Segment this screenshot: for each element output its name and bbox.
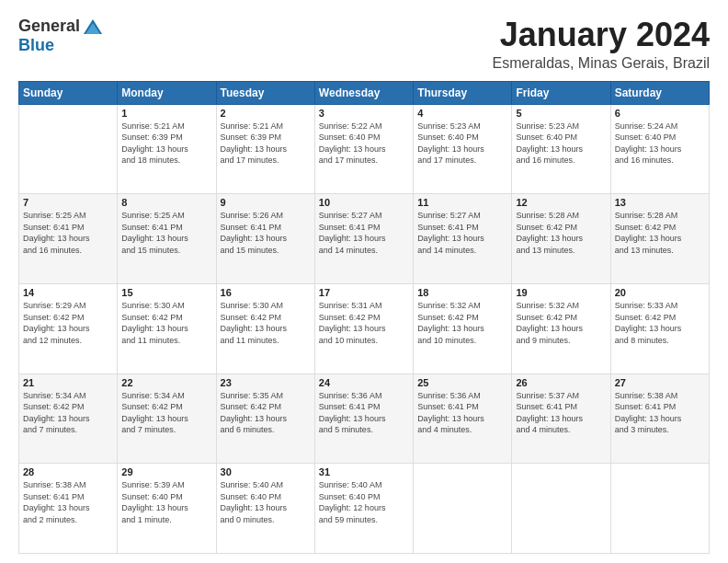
day-number: 2 bbox=[221, 108, 311, 119]
calendar-table: Sunday Monday Tuesday Wednesday Thursday… bbox=[18, 81, 710, 554]
table-row bbox=[414, 464, 512, 554]
month-title: January 2024 bbox=[492, 17, 710, 53]
header-friday: Friday bbox=[512, 81, 610, 104]
table-row: 17Sunrise: 5:31 AM Sunset: 6:42 PM Dayli… bbox=[314, 283, 413, 373]
day-info: Sunrise: 5:37 AM Sunset: 6:41 PM Dayligh… bbox=[516, 390, 606, 436]
day-number: 18 bbox=[417, 287, 507, 298]
day-number: 27 bbox=[615, 377, 705, 388]
day-info: Sunrise: 5:23 AM Sunset: 6:40 PM Dayligh… bbox=[516, 121, 606, 167]
day-number: 3 bbox=[319, 108, 409, 119]
calendar-week-row: 7Sunrise: 5:25 AM Sunset: 6:41 PM Daylig… bbox=[19, 194, 710, 284]
day-number: 25 bbox=[417, 377, 507, 388]
day-info: Sunrise: 5:35 AM Sunset: 6:42 PM Dayligh… bbox=[221, 390, 311, 436]
day-number: 11 bbox=[417, 197, 507, 208]
day-info: Sunrise: 5:25 AM Sunset: 6:41 PM Dayligh… bbox=[23, 210, 113, 256]
table-row: 10Sunrise: 5:27 AM Sunset: 6:41 PM Dayli… bbox=[314, 194, 413, 284]
day-info: Sunrise: 5:32 AM Sunset: 6:42 PM Dayligh… bbox=[516, 300, 606, 346]
header-sunday: Sunday bbox=[19, 81, 118, 104]
table-row bbox=[610, 464, 709, 554]
table-row bbox=[19, 104, 118, 194]
day-info: Sunrise: 5:36 AM Sunset: 6:41 PM Dayligh… bbox=[319, 390, 409, 436]
day-number: 5 bbox=[516, 108, 606, 119]
day-info: Sunrise: 5:21 AM Sunset: 6:39 PM Dayligh… bbox=[221, 121, 311, 167]
day-number: 23 bbox=[221, 377, 311, 388]
day-info: Sunrise: 5:28 AM Sunset: 6:42 PM Dayligh… bbox=[615, 210, 705, 256]
day-number: 15 bbox=[121, 287, 211, 298]
table-row: 27Sunrise: 5:38 AM Sunset: 6:41 PM Dayli… bbox=[610, 373, 709, 464]
page: General Blue January 2024 Esmeraldas, Mi… bbox=[0, 0, 728, 563]
day-number: 20 bbox=[615, 287, 705, 298]
table-row: 8Sunrise: 5:25 AM Sunset: 6:41 PM Daylig… bbox=[118, 194, 216, 284]
location-title: Esmeraldas, Minas Gerais, Brazil bbox=[492, 55, 710, 72]
day-number: 21 bbox=[23, 377, 113, 388]
day-number: 29 bbox=[121, 466, 211, 477]
day-info: Sunrise: 5:25 AM Sunset: 6:41 PM Dayligh… bbox=[121, 210, 211, 256]
logo-blue-text: Blue bbox=[18, 36, 54, 55]
table-row: 5Sunrise: 5:23 AM Sunset: 6:40 PM Daylig… bbox=[512, 104, 610, 194]
day-info: Sunrise: 5:27 AM Sunset: 6:41 PM Dayligh… bbox=[417, 210, 507, 256]
table-row: 9Sunrise: 5:26 AM Sunset: 6:41 PM Daylig… bbox=[216, 194, 314, 284]
table-row: 31Sunrise: 5:40 AM Sunset: 6:40 PM Dayli… bbox=[314, 464, 413, 554]
table-row: 30Sunrise: 5:40 AM Sunset: 6:40 PM Dayli… bbox=[216, 464, 314, 554]
day-info: Sunrise: 5:33 AM Sunset: 6:42 PM Dayligh… bbox=[615, 300, 705, 346]
day-info: Sunrise: 5:34 AM Sunset: 6:42 PM Dayligh… bbox=[121, 390, 211, 436]
title-area: January 2024 Esmeraldas, Minas Gerais, B… bbox=[492, 17, 710, 72]
table-row: 20Sunrise: 5:33 AM Sunset: 6:42 PM Dayli… bbox=[610, 283, 709, 373]
table-row: 21Sunrise: 5:34 AM Sunset: 6:42 PM Dayli… bbox=[19, 373, 118, 464]
day-number: 28 bbox=[23, 466, 113, 477]
day-number: 14 bbox=[23, 287, 113, 298]
day-info: Sunrise: 5:23 AM Sunset: 6:40 PM Dayligh… bbox=[417, 121, 507, 167]
day-info: Sunrise: 5:38 AM Sunset: 6:41 PM Dayligh… bbox=[23, 479, 113, 525]
day-number: 19 bbox=[516, 287, 606, 298]
day-number: 9 bbox=[221, 197, 311, 208]
table-row: 14Sunrise: 5:29 AM Sunset: 6:42 PM Dayli… bbox=[19, 283, 118, 373]
day-number: 16 bbox=[221, 287, 311, 298]
table-row: 2Sunrise: 5:21 AM Sunset: 6:39 PM Daylig… bbox=[216, 104, 314, 194]
day-info: Sunrise: 5:22 AM Sunset: 6:40 PM Dayligh… bbox=[319, 121, 409, 167]
header-monday: Monday bbox=[118, 81, 216, 104]
calendar-header-row: Sunday Monday Tuesday Wednesday Thursday… bbox=[19, 81, 710, 104]
table-row: 18Sunrise: 5:32 AM Sunset: 6:42 PM Dayli… bbox=[414, 283, 512, 373]
day-number: 22 bbox=[121, 377, 211, 388]
day-info: Sunrise: 5:40 AM Sunset: 6:40 PM Dayligh… bbox=[221, 479, 311, 525]
day-number: 1 bbox=[121, 108, 211, 119]
day-info: Sunrise: 5:36 AM Sunset: 6:41 PM Dayligh… bbox=[417, 390, 507, 436]
table-row: 11Sunrise: 5:27 AM Sunset: 6:41 PM Dayli… bbox=[414, 194, 512, 284]
day-info: Sunrise: 5:38 AM Sunset: 6:41 PM Dayligh… bbox=[615, 390, 705, 436]
table-row bbox=[512, 464, 610, 554]
day-number: 7 bbox=[23, 197, 113, 208]
table-row: 15Sunrise: 5:30 AM Sunset: 6:42 PM Dayli… bbox=[118, 283, 216, 373]
day-info: Sunrise: 5:28 AM Sunset: 6:42 PM Dayligh… bbox=[516, 210, 606, 256]
table-row: 3Sunrise: 5:22 AM Sunset: 6:40 PM Daylig… bbox=[314, 104, 413, 194]
table-row: 4Sunrise: 5:23 AM Sunset: 6:40 PM Daylig… bbox=[414, 104, 512, 194]
table-row: 7Sunrise: 5:25 AM Sunset: 6:41 PM Daylig… bbox=[19, 194, 118, 284]
table-row: 6Sunrise: 5:24 AM Sunset: 6:40 PM Daylig… bbox=[610, 104, 709, 194]
day-number: 17 bbox=[319, 287, 409, 298]
calendar-week-row: 21Sunrise: 5:34 AM Sunset: 6:42 PM Dayli… bbox=[19, 373, 710, 464]
day-number: 30 bbox=[221, 466, 311, 477]
table-row: 19Sunrise: 5:32 AM Sunset: 6:42 PM Dayli… bbox=[512, 283, 610, 373]
calendar-week-row: 28Sunrise: 5:38 AM Sunset: 6:41 PM Dayli… bbox=[19, 464, 710, 554]
day-info: Sunrise: 5:21 AM Sunset: 6:39 PM Dayligh… bbox=[121, 121, 211, 167]
header-wednesday: Wednesday bbox=[314, 81, 413, 104]
day-info: Sunrise: 5:29 AM Sunset: 6:42 PM Dayligh… bbox=[23, 300, 113, 346]
day-info: Sunrise: 5:27 AM Sunset: 6:41 PM Dayligh… bbox=[319, 210, 409, 256]
calendar-week-row: 14Sunrise: 5:29 AM Sunset: 6:42 PM Dayli… bbox=[19, 283, 710, 373]
table-row: 29Sunrise: 5:39 AM Sunset: 6:40 PM Dayli… bbox=[118, 464, 216, 554]
logo-icon bbox=[82, 17, 104, 36]
table-row: 13Sunrise: 5:28 AM Sunset: 6:42 PM Dayli… bbox=[610, 194, 709, 284]
day-info: Sunrise: 5:39 AM Sunset: 6:40 PM Dayligh… bbox=[121, 479, 211, 525]
day-number: 31 bbox=[319, 466, 409, 477]
day-number: 6 bbox=[615, 108, 705, 119]
header-saturday: Saturday bbox=[610, 81, 709, 104]
header-tuesday: Tuesday bbox=[216, 81, 314, 104]
header-thursday: Thursday bbox=[414, 81, 512, 104]
day-number: 24 bbox=[319, 377, 409, 388]
day-number: 10 bbox=[319, 197, 409, 208]
table-row: 24Sunrise: 5:36 AM Sunset: 6:41 PM Dayli… bbox=[314, 373, 413, 464]
table-row: 12Sunrise: 5:28 AM Sunset: 6:42 PM Dayli… bbox=[512, 194, 610, 284]
day-number: 26 bbox=[516, 377, 606, 388]
day-info: Sunrise: 5:31 AM Sunset: 6:42 PM Dayligh… bbox=[319, 300, 409, 346]
day-number: 8 bbox=[121, 197, 211, 208]
table-row: 26Sunrise: 5:37 AM Sunset: 6:41 PM Dayli… bbox=[512, 373, 610, 464]
